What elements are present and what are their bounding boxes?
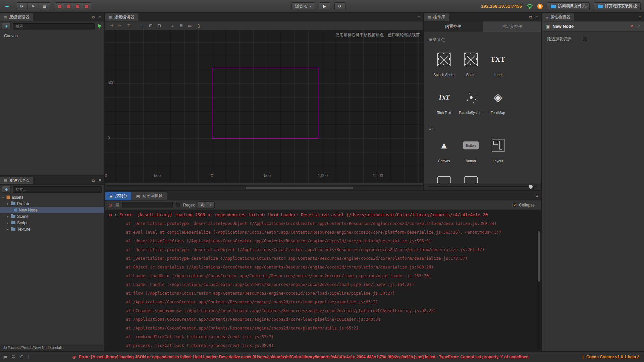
tab-builtin-widgets[interactable]: 内置控件 (424, 21, 483, 32)
canvas-design-rect[interactable] (212, 68, 318, 138)
widget-tab[interactable]: ▦ 控件库 (424, 13, 449, 21)
notification-badge[interactable]: 0 (537, 4, 543, 9)
distribute-center-button[interactable]: ⊟ (156, 22, 163, 29)
align-left-button[interactable]: ⊣ (108, 22, 115, 29)
async-load-checkbox[interactable] (583, 37, 587, 41)
tool-button-4[interactable] (82, 2, 91, 10)
regex-checkbox[interactable] (176, 203, 180, 207)
node-close-icon[interactable]: ✕ (630, 24, 634, 29)
hierarchy-tab[interactable]: ▤ 层级管理器 (0, 13, 33, 21)
browser-dropdown[interactable]: 浏览器 ▾ (291, 2, 315, 10)
separator: | (583, 355, 584, 359)
scrollbar-thumb[interactable] (246, 187, 353, 189)
tab-animation-editor[interactable]: ▤ 动画编辑器 (132, 192, 167, 200)
log-level-dropdown[interactable]: All ▾ (198, 201, 215, 208)
scrollbar-thumb[interactable] (538, 231, 540, 282)
widget-item-layout[interactable]: Layout (482, 133, 514, 170)
widget-item-label-node[interactable]: TXT Label (482, 47, 514, 84)
open-log-icon[interactable]: ▤ (115, 202, 119, 207)
tab-label: 自定义控件 (502, 24, 522, 29)
slider-knob[interactable] (529, 185, 533, 189)
mute-log-icon[interactable]: ∅ (20, 354, 23, 359)
distribute-horizontal-button[interactable]: ≡ (169, 22, 176, 29)
widget-item-clipped-2[interactable] (455, 171, 487, 183)
create-node-button[interactable]: + (2, 23, 11, 29)
align-right-button[interactable]: ⊢ (116, 22, 124, 29)
scene-horizontal-scrollbar[interactable] (105, 185, 423, 190)
menu-icon[interactable]: ≡ (99, 178, 101, 183)
console-tab-bar: ≣ 控制台 ▤ 动画编辑器 ≡ (105, 191, 541, 200)
collapse-checkbox[interactable]: ✓ (513, 203, 517, 207)
open-install-path-button[interactable]: 打开程序安装路径 (594, 2, 641, 10)
match-width-button[interactable]: ▭ (186, 22, 194, 29)
inspector-tab[interactable]: ≡ 属性检查器 (542, 13, 574, 21)
divider: | (28, 354, 29, 359)
tab-console[interactable]: ≣ 控制台 (105, 192, 131, 200)
tree-row-script[interactable]: ▸ Script (0, 220, 104, 226)
chevron-down-icon[interactable]: ▾ (1, 196, 5, 199)
assets-header: ▤ 资源管理器 ⧉ ≡ (0, 176, 104, 185)
slider-track[interactable] (428, 186, 537, 187)
close-tool-button[interactable]: ✕ (28, 2, 39, 10)
add-node-icon[interactable]: + (3, 3, 11, 10)
console-scrollbar[interactable] (537, 230, 540, 349)
menu-icon[interactable]: ≡ (536, 193, 538, 198)
hierarchy-node-canvas[interactable]: Canvas (0, 33, 104, 39)
menu-icon[interactable]: ≡ (536, 15, 538, 19)
connect-icon[interactable] (97, 23, 102, 29)
expand-arrow-icon[interactable]: ▾ (114, 210, 116, 219)
tab-custom-widgets[interactable]: 自定义控件 (483, 21, 542, 32)
align-bottom-button[interactable]: ⊥ (138, 22, 146, 29)
tool-button-1[interactable] (55, 2, 64, 10)
async-load-label: 延迟加载资源 (547, 36, 571, 42)
distribute-vertical-button[interactable]: ≣ (177, 22, 185, 29)
hierarchy-toolbar: + (0, 21, 104, 31)
refresh-button[interactable]: ⟳ (334, 2, 346, 10)
stack-line: at /Applications/CocosCreator.app/Conten… (105, 324, 541, 333)
popout-icon[interactable]: ⧉ (529, 15, 532, 19)
align-center-button[interactable]: ⊞ (147, 22, 154, 29)
open-project-folder-button[interactable]: 访问项目文件夹 (547, 2, 590, 10)
scene-viewport[interactable]: 使用鼠标右键平移视窗焦点，使用滚轮缩放视窗 500 0 -1,000 -500 … (105, 30, 423, 183)
scene-tab[interactable]: ▦ 场景编辑器 (105, 13, 138, 21)
menu-icon[interactable]: ≡ (639, 15, 641, 19)
tree-row-new-node[interactable]: New Node (0, 207, 104, 213)
clear-console-icon[interactable]: ⊘ (108, 202, 112, 208)
tool-button-3[interactable] (73, 2, 82, 10)
menu-icon[interactable]: ≡ (99, 15, 101, 19)
chevron-right-icon[interactable]: ▸ (6, 221, 9, 225)
assets-search-input[interactable] (13, 186, 102, 193)
chevron-down-icon[interactable]: ▾ (6, 202, 9, 205)
widget-item-label: TiledMap (491, 111, 505, 115)
rect-tool-button[interactable]: ▦ (39, 2, 50, 10)
tree-row-scene[interactable]: ▸ Scene (0, 213, 104, 220)
log-list-icon[interactable]: ▤ (11, 354, 15, 359)
chevron-right-icon[interactable]: ▸ (6, 215, 9, 218)
console-filter-input[interactable] (122, 202, 173, 208)
create-asset-button[interactable]: + (2, 186, 11, 193)
tree-row-prefab[interactable]: ▾ Prefab (0, 200, 104, 207)
assets-tab[interactable]: ▤ 资源管理器 (0, 177, 33, 184)
stack-line: at _combinedTickCallback (internal/proce… (105, 333, 541, 341)
match-height-button[interactable]: ▯ (195, 22, 202, 29)
tree-row-texture[interactable]: ▸ Texture (0, 226, 104, 232)
rotate-tool-button[interactable]: ⟳ (16, 2, 28, 10)
tool-button-2[interactable] (64, 2, 73, 10)
log-level-value: All (201, 203, 205, 207)
tree-row-assets[interactable]: ▾ assets (0, 194, 104, 200)
widget-item-tiledmap[interactable]: ◈ TiledMap (482, 85, 514, 122)
menu-icon[interactable]: ≡ (418, 15, 420, 19)
chevron-right-icon[interactable]: ▸ (6, 228, 9, 231)
node-cube-icon: ▣ (546, 24, 550, 29)
widget-grid: 渲染节点 Splash Sprite Sprite TXT Label TxT (424, 32, 541, 183)
refresh-icon: ⟳ (338, 4, 342, 9)
node-confirm-icon[interactable]: ✓ (637, 24, 641, 29)
hierarchy-search-input[interactable] (13, 23, 95, 29)
popout-icon[interactable]: ⧉ (92, 15, 95, 19)
sync-status-icon[interactable]: ⇄ (3, 354, 7, 359)
play-button[interactable]: ▶ (319, 2, 330, 10)
console-error-entry[interactable]: ⊗ ▾ Error: [AssetLibrary] loading JSON o… (105, 210, 541, 219)
align-top-button[interactable]: ⊤ (125, 22, 132, 29)
status-error[interactable]: ⊗ Error: [AssetLibrary] loading JSON or … (72, 354, 583, 360)
popout-icon[interactable]: ⧉ (92, 178, 95, 183)
